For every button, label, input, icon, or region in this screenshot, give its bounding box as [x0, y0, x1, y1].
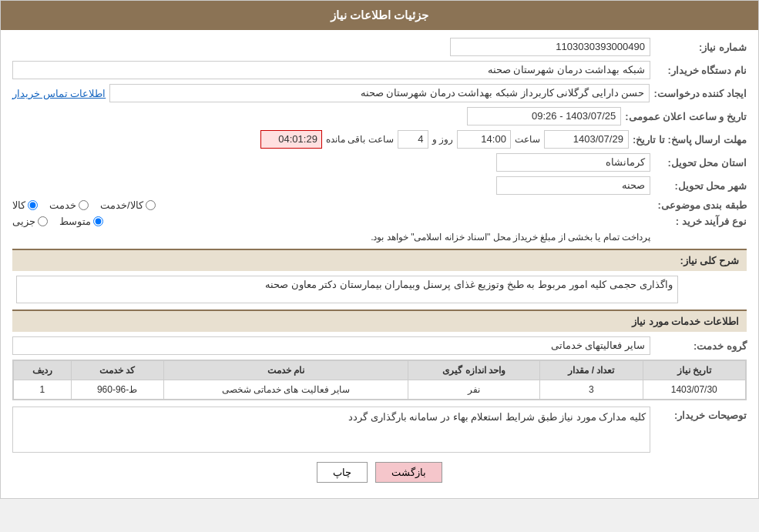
ijad-value: حسن دارایی گرگلانی کاربرداز شبکه بهداشت … [109, 84, 650, 102]
tarikh-elaan-value: 1403/07/25 - 09:26 [467, 107, 621, 125]
mohlat-label: مهلت ارسال پاسخ: تا تاریخ: [633, 134, 747, 146]
shomara-niaz-value: 1103030393000490 [450, 38, 650, 56]
cell-radif: 1 [14, 380, 72, 400]
shahr-row: شهر محل تحویل: صحنه [12, 176, 747, 195]
ijad-row: ایجاد کننده درخواست: حسن دارایی گرگلانی … [12, 84, 747, 102]
nam-dastgah-value: شبکه بهداشت درمان شهرستان صحنه [12, 61, 650, 79]
cell-kod: ط-96-960 [71, 380, 163, 400]
saat-value: 14:00 [457, 130, 511, 149]
tabaqe-radio-group: کالا/خدمت خدمت کالا [12, 199, 650, 211]
group-row: گروه خدمت: سایر فعالیتهای خدماتی [12, 336, 747, 355]
col-name: نام خدمت [163, 361, 408, 380]
saat-mande-value: 04:01:29 [260, 130, 322, 149]
page-header: جزئیات اطلاعات نیاز [1, 1, 758, 30]
radio-motavaset-item: متوسط [59, 216, 103, 227]
radio-jazee-item: جزیی [12, 216, 48, 227]
shahr-value: صحنه [496, 176, 650, 195]
radio-kala-item: کالا [12, 199, 38, 211]
nam-dastgah-row: نام دستگاه خریدار: شبکه بهداشت درمان شهر… [12, 61, 747, 79]
tarikh-elaan-label: تاریخ و ساعت اعلان عمومی: [625, 111, 747, 122]
notice-text: پرداخت تمام یا بخشی از مبلغ خریداز محل "… [371, 232, 650, 243]
radio-kala-label: کالا [12, 199, 25, 211]
col-vahed: واحد اندازه گیری [408, 361, 540, 380]
radio-jazee-label: جزیی [12, 216, 35, 227]
col-tarikh: تاریخ نیاز [643, 361, 745, 380]
tabaqe-row: طبقه بندی موضوعی: کالا/خدمت خدمت کالا [12, 199, 747, 211]
table-header-row: تاریخ نیاز تعداد / مقدار واحد اندازه گیر… [14, 361, 746, 380]
radio-khadamat-label: خدمت [49, 199, 76, 211]
tosif-label: توصیحات خریدار: [654, 410, 747, 421]
roz-value: 4 [398, 130, 428, 149]
sharh-section-title: شرح کلی نیاز: [12, 249, 747, 271]
radio-jazee[interactable] [38, 216, 48, 226]
ostan-row: استان محل تحویل: کرمانشاه [12, 153, 747, 172]
col-radif: ردیف [14, 361, 72, 380]
sharh-label: شرح کلی نیاز: [680, 255, 739, 266]
mohlat-row: مهلت ارسال پاسخ: تا تاریخ: 1403/07/29 سا… [12, 130, 747, 149]
ostan-label: استان محل تحویل: [654, 157, 747, 169]
cell-vahed: نفر [408, 380, 540, 400]
sharh-value: واگذاری حجمی کلیه امور مربوط به طبخ وتوز… [16, 276, 678, 303]
services-table-container: تاریخ نیاز تعداد / مقدار واحد اندازه گیر… [12, 360, 747, 400]
btn-bazgasht[interactable]: بازگشت [375, 462, 442, 483]
khadamat-section-title: اطلاعات خدمات مورد نیاز [12, 309, 747, 332]
ostan-value: کرمانشاه [496, 153, 650, 172]
noé-radio-group: متوسط جزیی [12, 216, 650, 227]
shomara-niaz-row: شماره نیاز: 1103030393000490 [12, 38, 747, 56]
cell-tarikh: 1403/07/30 [643, 380, 745, 400]
tamase-link[interactable]: اطلاعات تماس خریدار [12, 88, 106, 99]
sharh-row: واگذاری حجمی کلیه امور مربوط به طبخ وتوز… [12, 276, 747, 303]
noé-label: نوع فرآیند خرید : [654, 216, 747, 227]
saat-label: ساعت [515, 134, 540, 145]
services-table: تاریخ نیاز تعداد / مقدار واحد اندازه گیر… [13, 360, 746, 400]
header-title: جزئیات اطلاعات نیاز [331, 8, 428, 22]
shahr-label: شهر محل تحویل: [654, 180, 747, 192]
btn-chap[interactable]: چاپ [317, 462, 368, 483]
radio-kala-khadamat-item: کالا/خدمت [100, 199, 156, 211]
notice-row: پرداخت تمام یا بخشی از مبلغ خریداز محل "… [12, 232, 747, 243]
radio-khadamat-item: خدمت [49, 199, 89, 211]
tosif-row: توصیحات خریدار: کلیه مدارک مورد نیاز طبق… [12, 407, 747, 453]
shomara-niaz-label: شماره نیاز: [654, 42, 747, 53]
ijad-label: ایجاد کننده درخواست: [653, 88, 747, 99]
table-row: 1403/07/30 3 نفر سایر فعالیت های خدماتی … [14, 380, 746, 400]
radio-kala-khadamat-label: کالا/خدمت [100, 199, 143, 211]
radio-khadamat[interactable] [79, 200, 89, 210]
cell-tedad: 3 [540, 380, 643, 400]
radio-motavaset[interactable] [93, 216, 103, 226]
date-value: 1403/07/29 [544, 130, 629, 149]
table-body: 1403/07/30 3 نفر سایر فعالیت های خدماتی … [14, 380, 746, 400]
radio-motavaset-label: متوسط [59, 216, 91, 227]
cell-name: سایر فعالیت های خدماتی شخصی [163, 380, 408, 400]
tarikh-elaan-row: تاریخ و ساعت اعلان عمومی: 1403/07/25 - 0… [12, 107, 747, 125]
group-label: گروه خدمت: [654, 340, 747, 352]
nam-dastgah-label: نام دستگاه خریدار: [654, 65, 747, 76]
tosif-value: کلیه مدارک مورد نیاز طبق شرایط استعلام ب… [12, 407, 650, 453]
radio-kala-khadamat[interactable] [146, 200, 156, 210]
group-value: سایر فعالیتهای خدماتی [12, 336, 650, 355]
roz-label: روز و [432, 134, 453, 145]
noé-row: نوع فرآیند خرید : متوسط جزیی [12, 216, 747, 227]
buttons-row: بازگشت چاپ [12, 462, 747, 483]
saat-mande-label: ساعت باقی مانده [326, 134, 394, 145]
radio-kala[interactable] [28, 200, 38, 210]
col-kod: کد خدمت [71, 361, 163, 380]
col-tedad: تعداد / مقدار [540, 361, 643, 380]
tabaqe-label: طبقه بندی موضوعی: [654, 199, 747, 211]
